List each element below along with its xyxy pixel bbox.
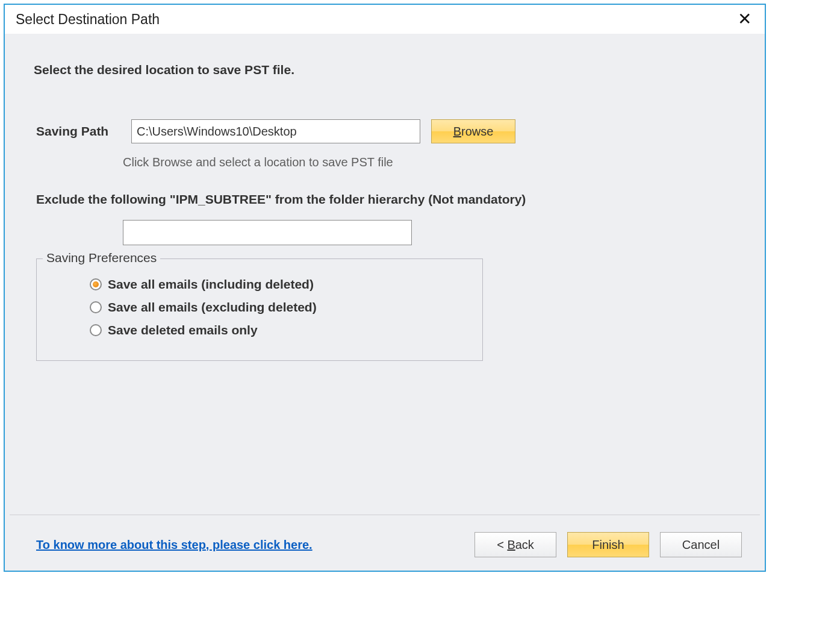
finish-button[interactable]: Finish (567, 532, 649, 557)
dialog-body: Select the desired location to save PST … (5, 34, 765, 515)
saving-preferences-legend: Saving Preferences (43, 251, 160, 265)
instruction-text: Select the desired location to save PST … (34, 63, 741, 77)
radio-icon (90, 324, 102, 336)
radio-icon (90, 278, 102, 290)
saving-path-row: Saving Path Browse (36, 119, 741, 143)
dialog-title: Select Destination Path (16, 11, 160, 28)
saving-path-label: Saving Path (36, 124, 120, 139)
radio-label: Save all emails (including deleted) (108, 277, 314, 292)
destination-path-dialog: Select Destination Path ✕ Select the des… (4, 4, 766, 572)
browse-button[interactable]: Browse (431, 119, 515, 143)
cancel-button[interactable]: Cancel (660, 532, 742, 557)
radio-label: Save all emails (excluding deleted) (108, 300, 317, 315)
saving-path-hint: Click Browse and select a location to sa… (123, 155, 741, 169)
radio-icon (90, 301, 102, 313)
saving-path-input[interactable] (131, 119, 420, 143)
back-button[interactable]: < Back (474, 532, 556, 557)
help-link[interactable]: To know more about this step, please cli… (36, 538, 313, 552)
radio-save-all-excluding-deleted[interactable]: Save all emails (excluding deleted) (90, 300, 468, 315)
exclude-label: Exclude the following "IPM_SUBTREE" from… (36, 192, 741, 207)
titlebar: Select Destination Path ✕ (5, 5, 765, 34)
radio-save-all-including-deleted[interactable]: Save all emails (including deleted) (90, 277, 468, 292)
exclude-input[interactable] (123, 220, 412, 245)
button-row: < Back Finish Cancel (474, 532, 742, 557)
saving-preferences-group: Saving Preferences Save all emails (incl… (36, 258, 483, 361)
browse-button-label: Browse (453, 125, 494, 138)
dialog-footer: To know more about this step, please cli… (10, 515, 760, 571)
radio-label: Save deleted emails only (108, 323, 258, 337)
close-icon[interactable]: ✕ (734, 11, 755, 28)
radio-save-deleted-only[interactable]: Save deleted emails only (90, 323, 468, 337)
